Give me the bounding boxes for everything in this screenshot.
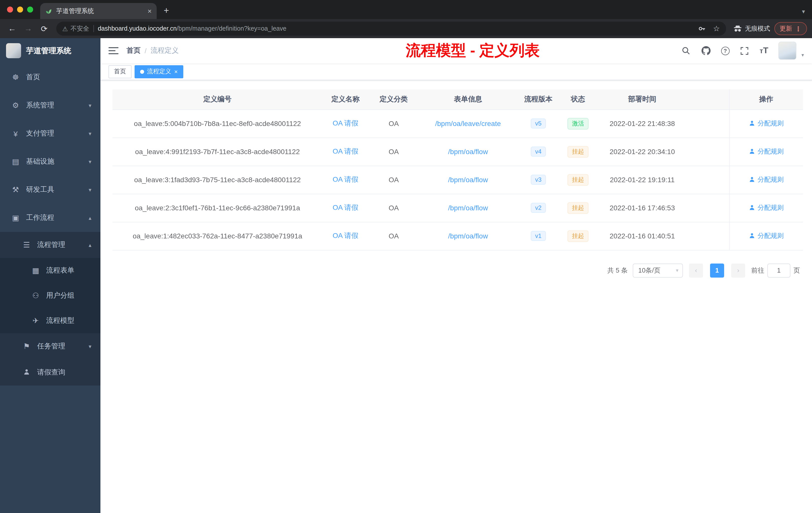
address-bar[interactable]: ⚠ 不安全 dashboard.yudao.iocoder.cn/bpm/man… xyxy=(56,22,726,36)
tag-process-definition[interactable]: 流程定义 × xyxy=(135,65,183,78)
sidebar-item-process-mgmt[interactable]: ☰ 流程管理 ▴ xyxy=(0,232,100,258)
assign-rule-link[interactable]: 分配规则 xyxy=(749,232,784,240)
gear-icon: ⚙ xyxy=(11,101,20,110)
table-row: oa_leave:4:991f2193-7b7f-11ec-a3c8-acde4… xyxy=(113,138,803,165)
sidebar-item-workflow[interactable]: ▣ 工作流程 ▴ xyxy=(0,204,100,232)
search-icon[interactable] xyxy=(681,46,691,56)
form-link[interactable]: /bpm/oa/flow xyxy=(448,232,488,240)
zoom-window-button[interactable] xyxy=(27,6,33,12)
chevron-up-icon: ▴ xyxy=(89,242,91,248)
assign-rule-link[interactable]: 分配规则 xyxy=(749,175,784,184)
table-row: oa_leave:1:482ec033-762a-11ec-8477-a2380… xyxy=(113,222,803,250)
sidebar-item-user-group[interactable]: ⚇ 用户分组 xyxy=(0,283,100,308)
goto-page-input[interactable] xyxy=(767,263,790,277)
chevron-down-icon: ▾ xyxy=(89,158,91,165)
sidebar-item-process-model[interactable]: ✈ 流程模型 xyxy=(0,308,100,333)
active-dot-icon xyxy=(140,69,144,73)
definition-id: oa_leave:2:3c1f0ef1-76b1-11ec-9c66-a2380… xyxy=(113,194,322,222)
assign-rule-link[interactable]: 分配规则 xyxy=(749,119,784,128)
definition-name-link[interactable]: OA 请假 xyxy=(333,147,358,155)
prev-page-button[interactable]: ‹ xyxy=(689,263,703,277)
chrome-update-button[interactable]: 更新 ⋮ xyxy=(774,22,807,35)
table-row: oa_leave:2:3c1f0ef1-76b1-11ec-9c66-a2380… xyxy=(113,194,803,222)
sidebar: 芋道管理系统 ☸ 首页 ⚙ 系统管理 ▾ ¥ 支付管理 ▾ ▤ 基础设施 ▾ xyxy=(0,38,100,513)
definition-name-link[interactable]: OA 请假 xyxy=(333,119,358,127)
incognito-icon xyxy=(733,25,742,32)
definition-table: 定义编号 定义名称 定义分类 表单信息 流程版本 状态 部署时间 操作 xyxy=(113,89,803,250)
minimize-window-button[interactable] xyxy=(17,6,23,12)
sidebar-item-leave-query[interactable]: 请假查询 xyxy=(0,359,100,386)
bookmark-star-icon[interactable]: ☆ xyxy=(713,24,720,33)
page-annotation-title: 流程模型 - 定义列表 xyxy=(406,40,540,61)
top-navbar: 首页 / 流程定义 流程模型 - 定义列表 xyxy=(100,38,812,63)
table-row: oa_leave:3:1fad3d93-7b75-11ec-a3c8-acde4… xyxy=(113,165,803,194)
browser-tab[interactable]: 芋道管理系统 × xyxy=(40,3,157,19)
close-window-button[interactable] xyxy=(7,6,13,12)
sidebar-item-process-form[interactable]: ▦ 流程表单 xyxy=(0,258,100,283)
fullscreen-icon[interactable] xyxy=(740,46,750,56)
logo-image xyxy=(6,43,21,58)
page-number-button[interactable]: 1 xyxy=(710,263,724,277)
definition-category: OA xyxy=(369,138,419,165)
person-icon xyxy=(22,368,31,377)
definition-name-link[interactable]: OA 请假 xyxy=(333,203,358,211)
definition-id: oa_leave:5:004b710b-7b8a-11ec-8ef0-acde4… xyxy=(113,110,322,138)
back-button[interactable]: ← xyxy=(5,24,19,33)
new-tab-button[interactable]: + xyxy=(164,5,169,16)
user-avatar[interactable] xyxy=(778,42,796,60)
sidebar-item-home[interactable]: ☸ 首页 xyxy=(0,63,100,91)
tag-close-icon[interactable]: × xyxy=(174,68,178,75)
form-link[interactable]: /bpm/oa/flow xyxy=(448,176,488,184)
favicon xyxy=(45,7,52,14)
sidebar-item-infrastructure[interactable]: ▤ 基础设施 ▾ xyxy=(0,148,100,176)
reload-button[interactable]: ⟳ xyxy=(37,24,51,33)
next-page-button[interactable]: › xyxy=(731,263,745,277)
form-link[interactable]: /bpm/oa/flow xyxy=(448,148,488,156)
col-deploy-time: 部署时间 xyxy=(597,89,688,110)
github-icon[interactable] xyxy=(701,46,711,56)
col-form-info: 表单信息 xyxy=(419,89,517,110)
dashboard-icon: ☸ xyxy=(11,73,20,82)
form-link[interactable]: /bpm/oa/leave/create xyxy=(435,119,501,127)
tag-home[interactable]: 首页 xyxy=(109,65,132,78)
person-icon xyxy=(749,205,755,211)
font-size-icon[interactable]: тT xyxy=(759,46,768,56)
col-status: 状态 xyxy=(559,89,597,110)
forward-button[interactable]: → xyxy=(21,24,35,33)
sidebar-logo[interactable]: 芋道管理系统 xyxy=(0,38,100,63)
definition-name-link[interactable]: OA 请假 xyxy=(333,175,358,183)
status-badge: 挂起 xyxy=(568,202,588,214)
chevron-down-icon: ▾ xyxy=(89,130,91,137)
browser-window: 芋道管理系统 × + ▾ ← → ⟳ ⚠ 不安全 dashboard.yudao… xyxy=(0,0,812,513)
sidebar-item-system-mgmt[interactable]: ⚙ 系统管理 ▾ xyxy=(0,91,100,119)
sidebar-item-dev-tools[interactable]: ⚒ 研发工具 ▾ xyxy=(0,176,100,204)
help-icon[interactable]: ? xyxy=(721,47,729,55)
sidebar-item-payment-mgmt[interactable]: ¥ 支付管理 ▾ xyxy=(0,119,100,148)
warning-icon: ⚠ xyxy=(62,25,68,32)
breadcrumb-home[interactable]: 首页 xyxy=(126,46,141,55)
version-badge: v3 xyxy=(530,175,546,185)
deploy-time: 2022-01-16 17:46:53 xyxy=(597,194,688,222)
tab-search-chevron-icon[interactable]: ▾ xyxy=(802,8,805,15)
form-link[interactable]: /bpm/oa/flow xyxy=(448,204,488,212)
briefcase-icon: ▣ xyxy=(11,213,20,222)
definition-id: oa_leave:1:482ec033-762a-11ec-8477-a2380… xyxy=(113,222,322,250)
col-definition-category: 定义分类 xyxy=(369,89,419,110)
avatar-caret-icon[interactable]: ▾ xyxy=(802,52,804,60)
sidebar-item-task-mgmt[interactable]: ⚑ 任务管理 ▾ xyxy=(0,333,100,359)
password-key-icon[interactable] xyxy=(698,25,706,33)
definition-name-link[interactable]: OA 请假 xyxy=(333,232,358,239)
tab-close-icon[interactable]: × xyxy=(148,7,152,15)
send-icon: ✈ xyxy=(31,316,40,325)
page-size-select[interactable]: 10条/页 ▾ xyxy=(633,263,683,277)
assign-rule-link[interactable]: 分配规则 xyxy=(749,147,784,156)
col-spacer xyxy=(688,89,729,110)
deploy-time: 2022-01-22 21:48:38 xyxy=(597,110,688,138)
url-text: dashboard.yudao.iocoder.cn/bpm/manager/d… xyxy=(98,25,286,32)
sidebar-toggle-icon[interactable] xyxy=(109,47,118,54)
browser-tabstrip: 芋道管理系统 × + ▾ xyxy=(0,0,812,19)
assign-rule-link[interactable]: 分配规则 xyxy=(749,203,784,212)
browser-menu-icon[interactable]: ⋮ xyxy=(795,25,802,32)
not-secure-badge[interactable]: ⚠ 不安全 xyxy=(62,24,89,33)
page-content: 定义编号 定义名称 定义分类 表单信息 流程版本 状态 部署时间 操作 xyxy=(100,80,812,513)
